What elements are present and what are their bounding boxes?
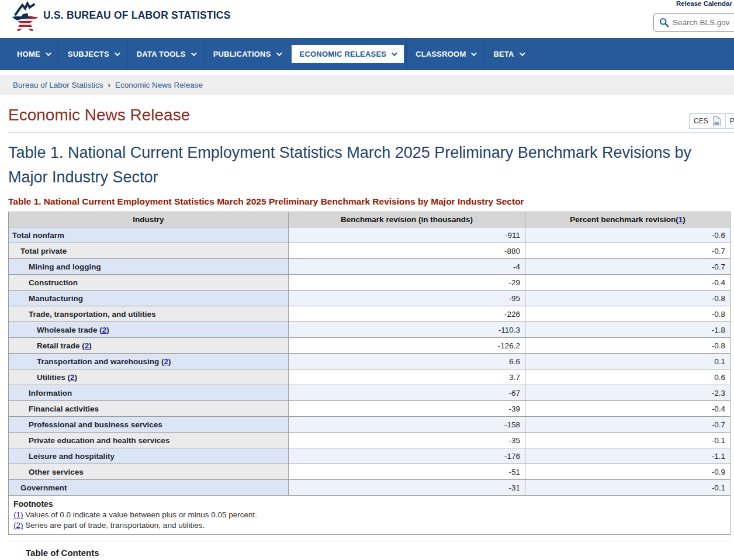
nav-item-economic-releases[interactable]: ECONOMIC RELEASES bbox=[292, 45, 404, 63]
percent-revision-cell: -0.9 bbox=[525, 464, 730, 480]
nav-item-home[interactable]: HOME bbox=[8, 38, 58, 70]
nav-item-subjects[interactable]: SUBJECTS bbox=[58, 38, 127, 70]
table-row: Total nonfarm-911-0.6 bbox=[9, 227, 730, 243]
chevron-down-icon bbox=[46, 50, 51, 56]
breadcrumb-link-home[interactable]: Bureau of Labor Statistics bbox=[13, 81, 103, 89]
benchmark-revisions-table: Industry Benchmark revision (in thousand… bbox=[8, 212, 730, 535]
industry-cell: Leisure and hospitality bbox=[9, 448, 289, 464]
benchmark-revision-cell: -4 bbox=[289, 259, 525, 275]
share-divider bbox=[725, 114, 726, 128]
industry-cell: Mining and logging bbox=[9, 259, 289, 275]
benchmark-revision-cell: -31 bbox=[289, 480, 525, 496]
percent-revision-cell: -2.3 bbox=[525, 385, 730, 401]
chevron-down-icon bbox=[191, 50, 197, 56]
benchmark-revision-cell: -67 bbox=[289, 385, 525, 401]
release-calendar-link[interactable]: Release Calendar | bbox=[676, 0, 734, 7]
main-content: Economic News Release CES PR Table 1. Na… bbox=[0, 106, 734, 558]
chevron-down-icon bbox=[392, 50, 397, 56]
percent-revision-cell: -0.4 bbox=[525, 401, 730, 417]
table-row: Government-31-0.1 bbox=[9, 480, 730, 496]
table-row: Mining and logging-4-0.7 bbox=[9, 259, 730, 275]
nav-item-publications[interactable]: PUBLICATIONS bbox=[204, 38, 289, 70]
table-row: Manufacturing-95-0.8 bbox=[9, 291, 730, 306]
benchmark-revision-cell: -126.2 bbox=[289, 338, 525, 354]
industry-cell: Trade, transportation, and utilities bbox=[9, 306, 289, 322]
page-title: Economic News Release bbox=[8, 106, 730, 125]
header-divider bbox=[8, 132, 734, 133]
benchmark-revision-cell: -29 bbox=[289, 275, 525, 291]
industry-cell: Total private bbox=[9, 243, 289, 259]
footnotes-list: (1) Values of 0.0 indicate a value betwe… bbox=[13, 510, 725, 530]
chevron-down-icon bbox=[520, 50, 525, 56]
table-row: Other services-51-0.9 bbox=[9, 464, 730, 480]
footnote-ref-link[interactable]: 2 bbox=[102, 326, 107, 334]
toc-divider bbox=[8, 541, 730, 541]
table-of-contents-label: Table of Contents bbox=[26, 548, 730, 558]
nav-item-classroom[interactable]: CLASSROOM bbox=[406, 38, 484, 70]
search-icon[interactable] bbox=[659, 18, 669, 27]
table-row: Financial activities-39-0.4 bbox=[9, 401, 730, 417]
benchmark-revision-cell: -226 bbox=[289, 306, 525, 322]
breadcrumb-link-current[interactable]: Economic News Release bbox=[115, 81, 203, 89]
share-widget[interactable]: CES PR bbox=[689, 113, 734, 129]
footnote-line: (2) Series are part of trade, transporta… bbox=[13, 521, 725, 530]
footnote-anchor-link[interactable]: (2) bbox=[13, 521, 23, 530]
nav-item-beta[interactable]: BETA bbox=[484, 38, 532, 70]
industry-cell: Wholesale trade (2) bbox=[9, 322, 289, 338]
table-row: Wholesale trade (2)-110.3-1.8 bbox=[9, 322, 730, 338]
footnote-ref-link[interactable]: 2 bbox=[85, 341, 89, 350]
footnote-ref-link[interactable]: 2 bbox=[164, 357, 169, 366]
table-row: Transportation and warehousing (2)6.60.1 bbox=[9, 354, 730, 369]
agency-name: U.S. BUREAU OF LABOR STATISTICS bbox=[43, 9, 231, 22]
percent-revision-cell: -0.1 bbox=[525, 480, 730, 496]
benchmark-revision-cell: -158 bbox=[289, 417, 525, 433]
percent-revision-cell: -1.8 bbox=[525, 322, 730, 338]
footnotes-row: Footnotes (1) Values of 0.0 indicate a v… bbox=[9, 496, 730, 535]
footnotes-title: Footnotes bbox=[13, 499, 725, 509]
benchmark-revision-cell: -880 bbox=[289, 243, 525, 259]
percent-revision-cell: -1.1 bbox=[525, 448, 730, 464]
industry-cell: Total nonfarm bbox=[9, 227, 289, 243]
percent-revision-cell: -0.7 bbox=[525, 243, 730, 259]
percent-revision-cell: -0.7 bbox=[525, 417, 730, 433]
industry-cell: Manufacturing bbox=[9, 291, 289, 306]
share-document-icon bbox=[712, 116, 721, 126]
chevron-down-icon bbox=[276, 50, 282, 56]
search-input[interactable] bbox=[669, 18, 734, 27]
table-row: Information-67-2.3 bbox=[9, 385, 730, 401]
percent-revision-cell: 0.1 bbox=[525, 354, 730, 369]
chevron-down-icon bbox=[471, 50, 477, 56]
benchmark-revision-cell: -39 bbox=[289, 401, 525, 417]
table-row: Construction-29-0.4 bbox=[9, 275, 730, 291]
footnotes-cell: Footnotes (1) Values of 0.0 indicate a v… bbox=[9, 496, 730, 535]
table-row: Professional and business services-158-0… bbox=[9, 417, 730, 433]
revision-table-body: Total nonfarm-911-0.6Total private-880-0… bbox=[9, 227, 730, 496]
footnote-line: (1) Values of 0.0 indicate a value betwe… bbox=[13, 510, 725, 519]
site-header: U.S. BUREAU OF LABOR STATISTICS Release … bbox=[0, 0, 734, 38]
nav-item-data-tools[interactable]: DATA TOOLS bbox=[127, 38, 204, 70]
bls-logo[interactable] bbox=[8, 1, 42, 36]
table-title: Table 1. National Current Employment Sta… bbox=[8, 196, 730, 207]
industry-cell: Private education and health services bbox=[9, 433, 289, 448]
table-row: Trade, transportation, and utilities-226… bbox=[9, 306, 730, 322]
percent-revision-cell: -0.8 bbox=[525, 306, 730, 322]
industry-cell: Utilities (2) bbox=[9, 369, 289, 385]
industry-cell: Retail trade (2) bbox=[9, 338, 289, 354]
chevron-down-icon bbox=[115, 50, 120, 56]
industry-cell: Transportation and warehousing (2) bbox=[9, 354, 289, 369]
footnote-1-header-link[interactable]: 1 bbox=[678, 215, 683, 224]
benchmark-revision-cell: -35 bbox=[289, 433, 525, 448]
benchmark-revision-cell: -95 bbox=[289, 291, 525, 306]
benchmark-revision-cell: 6.6 bbox=[289, 354, 525, 369]
breadcrumb: Bureau of Labor Statistics › Economic Ne… bbox=[0, 75, 734, 95]
industry-cell: Other services bbox=[9, 464, 289, 480]
benchmark-revision-cell: 3.7 bbox=[289, 369, 525, 385]
footnote-anchor-link[interactable]: (1) bbox=[13, 510, 23, 519]
percent-revision-cell: -0.7 bbox=[525, 259, 730, 275]
benchmark-revision-cell: -911 bbox=[289, 227, 525, 243]
benchmark-revision-cell: -176 bbox=[289, 448, 525, 464]
table-row: Leisure and hospitality-176-1.1 bbox=[9, 448, 730, 464]
footnote-ref-link[interactable]: 2 bbox=[70, 373, 75, 382]
share-print-label[interactable]: PR bbox=[730, 117, 734, 125]
search-box[interactable] bbox=[653, 13, 734, 32]
